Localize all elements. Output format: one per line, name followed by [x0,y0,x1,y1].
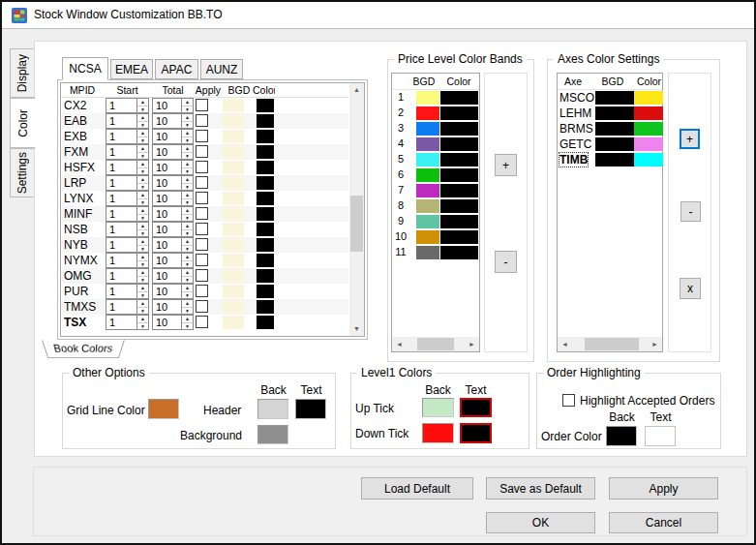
spin-up-icon[interactable]: ▲ [137,161,148,168]
spin-down-icon[interactable]: ▼ [182,230,193,237]
bgd-swatch[interactable] [416,153,439,167]
total-spinner[interactable]: 10 ▲▼ [152,206,194,222]
background-color-swatch[interactable] [257,425,288,444]
start-spinner[interactable]: 1 ▲▼ [106,113,149,129]
axe-label[interactable]: BRMS [559,122,593,136]
bgd-swatch[interactable] [223,207,244,221]
down-tick-text-swatch[interactable] [460,423,492,443]
spin-down-icon[interactable]: ▼ [182,323,193,330]
scroll-right-icon[interactable]: ► [465,337,479,351]
bgd-swatch[interactable] [223,238,244,252]
total-spinner[interactable]: 10 ▲▼ [152,175,194,191]
up-tick-text-swatch[interactable] [460,398,492,417]
spin-down-icon[interactable]: ▼ [137,137,148,144]
total-value[interactable]: 10 [152,113,181,129]
total-spinner[interactable]: 10 ▲▼ [152,284,194,299]
bgd-swatch[interactable] [416,199,439,213]
spin-up-icon[interactable]: ▲ [182,238,193,246]
color-swatch[interactable] [257,192,274,205]
spin-up-icon[interactable]: ▲ [137,192,148,199]
bgd-swatch[interactable] [223,285,244,298]
order-text-swatch[interactable] [645,426,676,446]
bgd-swatch[interactable] [223,192,244,205]
start-value[interactable]: 1 [106,299,136,315]
start-spinner[interactable]: 1 ▲▼ [106,253,149,268]
start-spinner[interactable]: 1 ▲▼ [106,160,149,175]
total-value[interactable]: 10 [152,160,181,175]
color-swatch[interactable] [257,207,274,221]
apply-checkbox[interactable] [196,207,208,220]
apply-checkbox[interactable] [196,223,208,235]
bgd-swatch[interactable] [595,122,634,136]
total-value[interactable]: 10 [152,98,181,113]
scrollbar-thumb[interactable] [350,196,363,252]
tab-emea[interactable]: EMEA [110,59,153,79]
apply-button[interactable]: Apply [609,477,718,500]
apply-checkbox[interactable] [196,300,208,313]
bgd-swatch[interactable] [223,145,244,159]
bgd-swatch[interactable] [223,316,244,329]
spin-down-icon[interactable]: ▼ [137,106,148,113]
spin-down-icon[interactable]: ▼ [137,323,148,330]
bgd-swatch[interactable] [223,114,244,128]
down-tick-back-swatch[interactable] [422,423,454,443]
color-swatch[interactable] [634,106,663,120]
total-spinner[interactable]: 10 ▲▼ [152,113,194,129]
scrollbar-thumb[interactable] [585,338,639,350]
color-swatch[interactable] [257,285,274,298]
color-swatch[interactable] [257,130,274,143]
color-swatch[interactable] [257,99,274,112]
total-value[interactable]: 10 [152,237,181,253]
cancel-button[interactable]: Cancel [609,512,718,533]
spin-down-icon[interactable]: ▼ [137,153,148,160]
axes-remove-button[interactable]: - [680,201,701,222]
total-value[interactable]: 10 [152,268,181,284]
total-spinner[interactable]: 10 ▲▼ [152,268,194,284]
spin-up-icon[interactable]: ▲ [137,269,148,277]
spin-up-icon[interactable]: ▲ [182,316,193,323]
color-swatch[interactable] [440,184,478,197]
apply-checkbox[interactable] [196,130,208,142]
color-swatch[interactable] [440,215,478,228]
total-value[interactable]: 10 [152,284,181,299]
spin-up-icon[interactable]: ▲ [182,99,193,106]
spin-up-icon[interactable]: ▲ [182,254,193,261]
color-swatch[interactable] [440,199,478,213]
start-spinner[interactable]: 1 ▲▼ [106,206,149,222]
scroll-right-icon[interactable]: ► [648,337,662,351]
spin-up-icon[interactable]: ▲ [182,161,193,168]
spin-down-icon[interactable]: ▼ [182,277,193,284]
bgd-swatch[interactable] [223,223,244,236]
bgd-swatch[interactable] [595,91,634,105]
bgd-swatch[interactable] [595,137,634,151]
scroll-left-icon[interactable]: ◄ [392,337,407,351]
tab-settings[interactable]: Settings [10,148,34,197]
total-spinner[interactable]: 10 ▲▼ [152,129,194,144]
spin-down-icon[interactable]: ▼ [137,308,148,315]
apply-checkbox[interactable] [196,238,208,251]
spin-down-icon[interactable]: ▼ [182,215,193,222]
bgd-swatch[interactable] [416,168,439,182]
start-spinner[interactable]: 1 ▲▼ [106,315,149,330]
total-spinner[interactable]: 10 ▲▼ [152,144,194,160]
spin-down-icon[interactable]: ▼ [182,308,193,315]
spin-down-icon[interactable]: ▼ [182,137,193,144]
save-as-default-button[interactable]: Save as Default [486,477,595,500]
scroll-up-icon[interactable]: ▲ [349,83,364,97]
grid-line-color-swatch[interactable] [148,399,179,419]
axes-hscrollbar[interactable]: ◄ ► [558,337,662,351]
color-swatch[interactable] [257,300,274,314]
spin-up-icon[interactable]: ▲ [137,130,148,137]
total-spinner[interactable]: 10 ▲▼ [152,222,194,237]
start-value[interactable]: 1 [106,175,136,191]
total-spinner[interactable]: 10 ▲▼ [152,253,194,268]
spin-up-icon[interactable]: ▲ [137,207,148,215]
total-value[interactable]: 10 [152,191,181,206]
spin-down-icon[interactable]: ▼ [137,261,148,268]
spin-down-icon[interactable]: ▼ [182,122,193,129]
start-spinner[interactable]: 1 ▲▼ [106,299,149,315]
spin-up-icon[interactable]: ▲ [137,176,148,184]
total-value[interactable]: 10 [152,129,181,144]
start-value[interactable]: 1 [106,113,136,129]
apply-checkbox[interactable] [196,114,208,127]
